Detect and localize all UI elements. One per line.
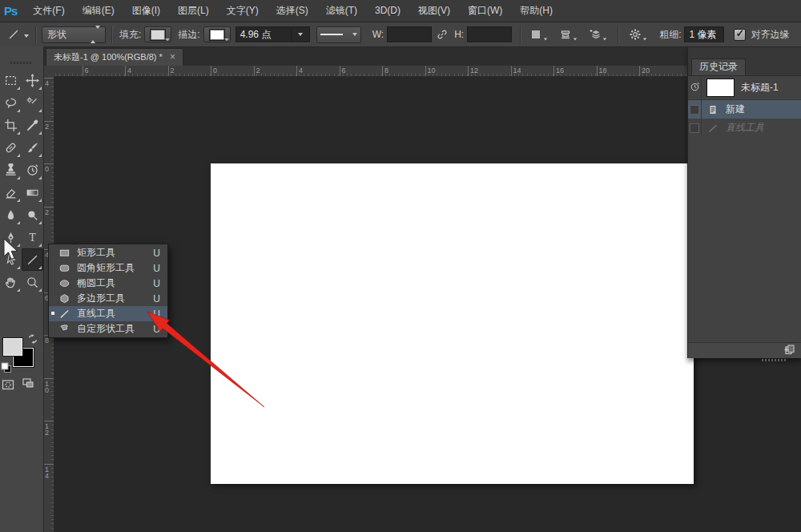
menu-item[interactable]: 文字(Y) [218,5,268,16]
stroke-label: 描边: [178,28,199,42]
horizontal-ruler[interactable]: 64202468101214161820 [54,66,687,77]
flyout-indicator-icon [38,109,42,112]
divider [35,26,36,43]
menu-item[interactable]: 编辑(E) [74,5,123,16]
tool-zoom-tool[interactable] [22,271,43,293]
history-tab-strip: 历史记录 [688,46,801,76]
menu-item[interactable]: 视图(V) [409,5,459,16]
menu-item[interactable]: 窗口(W) [459,5,511,16]
panel-grip[interactable] [10,62,33,64]
default-colors-icon[interactable] [0,361,13,377]
menu-item[interactable]: 图像(I) [123,5,169,16]
snapshot-thumbnail [706,79,735,97]
close-icon[interactable]: × [170,53,175,62]
history-brush-source-toggle[interactable] [688,100,702,119]
tool-magic-wand-tool[interactable] [22,91,43,114]
tool-clone-stamp-tool[interactable] [0,159,22,181]
chevron-down-icon [165,38,170,41]
menu-item[interactable]: 图层(L) [169,5,218,16]
menu-item[interactable]: 选择(S) [268,5,317,16]
rounded-rectangle-tool-icon [58,262,71,274]
document-canvas[interactable] [211,163,694,484]
flyout-item-直线工具[interactable]: 直线工具U [49,306,167,321]
tool-history-brush-tool[interactable] [22,159,43,181]
flyout-indicator-icon [38,288,42,292]
tool-pen-tool[interactable] [0,226,22,248]
stroke-color-swatch[interactable] [203,26,231,42]
weight-label: 粗细: [659,28,681,42]
tool-lasso-tool[interactable] [0,91,22,114]
tool-eraser-tool[interactable] [0,181,22,204]
tool-blur-tool[interactable] [0,204,22,226]
line-tool-icon [706,123,719,134]
tool-path-selection-tool[interactable] [0,248,22,271]
path-alignment-button[interactable] [558,26,578,42]
document-tab[interactable]: 未标题-1 @ 100%(RGB/8) * × [46,48,183,66]
color-swatches [2,335,42,372]
stroke-width-dropdown[interactable] [292,26,310,42]
flyout-item-shortcut: U [153,278,160,289]
fill-color-swatch[interactable] [144,26,171,42]
screen-mode-button[interactable] [22,377,34,393]
weight-input[interactable]: 1 像素 [684,26,724,42]
tool-eyedropper-tool[interactable] [22,114,43,136]
stroke-type-select[interactable] [316,26,361,43]
tool-mode-value: 形状 [47,28,66,42]
menu-item[interactable]: 滤镜(T) [317,5,366,16]
flyout-item-矩形工具[interactable]: 矩形工具U [49,245,167,260]
new-document-from-state-icon[interactable] [783,343,796,358]
tool-brush-tool[interactable] [22,136,43,159]
fill-swatch-color [150,29,166,41]
tab-history[interactable]: 历史记录 [691,58,746,75]
tool-line-tool[interactable] [22,248,43,271]
tool-dodge-tool[interactable] [22,204,43,226]
foreground-color-swatch[interactable] [2,337,23,357]
polygon-tool-icon [58,292,71,304]
tool-healing-brush-tool[interactable] [0,136,22,159]
history-snapshot-row[interactable]: 未标题-1 [688,76,801,100]
path-arrangement-button[interactable] [588,26,608,42]
flyout-item-shortcut: U [153,293,160,304]
shape-settings-button[interactable] [628,26,648,42]
align-edges-checkbox[interactable]: ✓ [734,29,746,41]
flyout-indicator-icon [38,154,42,157]
tool-gradient-tool[interactable] [22,181,43,204]
flyout-item-自定形状工具[interactable]: 自定形状工具U [49,321,167,337]
menu-item[interactable]: 帮助(H) [511,5,562,16]
history-state-直线工具[interactable]: 直线工具 [688,119,801,137]
flyout-indicator-icon [38,131,42,135]
tool-preset-button[interactable] [6,26,30,42]
tool-crop-tool[interactable] [0,114,22,136]
flyout-item-椭圆工具[interactable]: 椭圆工具U [49,276,167,291]
history-state-新建[interactable]: 新建 [688,100,801,119]
path-operations-button[interactable] [529,26,549,42]
flyout-indicator-icon [17,176,20,179]
flyout-item-label: 直线工具 [77,307,115,320]
shape-height-input[interactable] [467,26,512,42]
stroke-width-input[interactable]: 4.96 点 [235,26,292,42]
flyout-item-圆角矩形工具[interactable]: 圆角矩形工具U [49,260,167,276]
tool-move-tool[interactable] [22,69,43,91]
link-dimensions-button[interactable] [435,26,449,42]
quick-mask-button[interactable] [2,378,14,394]
tool-mode-select[interactable]: 形状 [42,26,106,43]
tool-type-tool[interactable]: T [22,226,43,248]
ruler-corner [43,66,54,77]
history-brush-source[interactable] [688,76,702,99]
panel-resize-grip[interactable] [762,359,786,361]
menu-item[interactable]: 3D(D) [366,5,409,16]
tool-hand-tool[interactable] [0,271,22,293]
tool-rectangular-marquee-tool[interactable] [0,69,22,91]
flyout-item-多边形工具[interactable]: 多边形工具U [49,291,167,306]
swap-colors-icon[interactable] [26,332,39,349]
shape-width-input[interactable] [387,26,432,42]
flyout-indicator-icon [38,87,42,90]
flyout-indicator-icon [17,109,20,112]
width-label: W: [372,29,384,40]
history-brush-source-toggle[interactable] [688,119,702,137]
flyout-indicator-icon [17,244,20,247]
options-bar: 形状 填充: 描边: 4.96 点 W: H: [0,22,801,47]
menu-item[interactable]: 文件(F) [24,5,73,16]
ellipse-tool-icon [58,277,71,289]
flyout-item-shortcut: U [153,248,160,259]
